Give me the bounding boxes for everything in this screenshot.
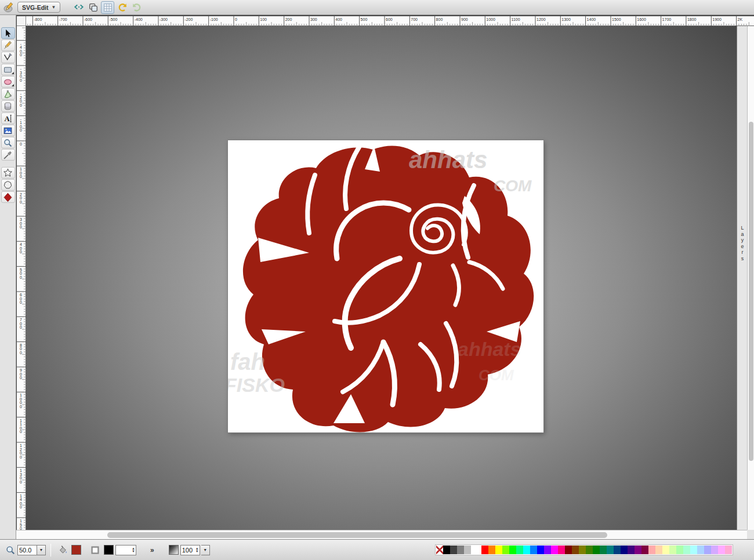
tool-pencil[interactable] xyxy=(1,39,15,51)
select-cursor-icon xyxy=(3,28,13,38)
palette-color-007fff[interactable] xyxy=(530,546,537,554)
svg-text:1100: 1100 xyxy=(512,17,520,21)
palette-color-7f0000[interactable] xyxy=(565,546,572,554)
svg-text:-100: -100 xyxy=(210,17,218,21)
rose-base xyxy=(243,146,534,432)
palette-color-3f7f00[interactable] xyxy=(586,546,593,554)
svg-text:700: 700 xyxy=(411,17,418,21)
vertical-scrollbar-thumb[interactable] xyxy=(749,122,753,461)
main-menu-label: SVG-Edit xyxy=(22,4,49,11)
zoom-dropdown-button[interactable]: ▼ xyxy=(37,545,46,555)
palette-color-d4aaff[interactable] xyxy=(711,546,718,554)
palette-color-007f00[interactable] xyxy=(593,546,600,554)
palette-color-7f7f00[interactable] xyxy=(579,546,586,554)
palette-color-ff00ff[interactable] xyxy=(551,546,558,554)
tool-zoom[interactable] xyxy=(1,137,15,148)
tool-image[interactable] xyxy=(1,125,15,136)
palette-color-aad4ff[interactable] xyxy=(697,546,704,554)
svg-text:0: 0 xyxy=(20,200,22,204)
svg-edit-window: SVG-Edit ▼ -800-700-600-500-400-300-200-… xyxy=(0,0,754,560)
fill-color-swatch[interactable] xyxy=(71,545,81,555)
tool-rectangle[interactable] xyxy=(1,64,15,75)
palette-color-ff007f[interactable] xyxy=(558,546,565,554)
tool-shape-library[interactable] xyxy=(1,100,15,112)
palette-color-7f003f[interactable] xyxy=(641,546,648,554)
horizontal-scrollbar-thumb[interactable] xyxy=(107,532,607,538)
palette-color-007f3f[interactable] xyxy=(600,546,607,554)
stroke-width-spinner[interactable]: ▲▼ xyxy=(132,547,135,553)
palette-color-7f3f00[interactable] xyxy=(572,546,579,554)
palette-color-bfbfbf[interactable] xyxy=(464,546,471,554)
palette-color-d4ffaa[interactable] xyxy=(669,546,676,554)
rose-artwork: ahhats COM fah FISKO ahhats COM xyxy=(228,140,543,432)
palette-color-aaffd4[interactable] xyxy=(683,546,690,554)
tool-eyedropper[interactable] xyxy=(1,149,15,161)
palette-color-7fff00[interactable] xyxy=(502,546,509,554)
palette-color-7f007f[interactable] xyxy=(635,546,641,554)
palette-color-ffff00[interactable] xyxy=(495,546,502,554)
tool-select[interactable] xyxy=(1,27,15,39)
tool-path[interactable] xyxy=(1,88,15,100)
palette-color-ffaaff[interactable] xyxy=(718,546,725,554)
undo-icon xyxy=(117,2,128,13)
fill-bucket-icon xyxy=(57,545,68,555)
svg-text:-600: -600 xyxy=(84,17,92,21)
palette-color-ffaad4[interactable] xyxy=(725,546,732,554)
svg-text:-800: -800 xyxy=(34,17,42,21)
svg-drawing-page[interactable]: ahhats COM fah FISKO ahhats COM xyxy=(228,140,543,432)
palette-color-00ff7f[interactable] xyxy=(516,546,523,554)
horizontal-scrollbar[interactable] xyxy=(16,530,747,539)
palette-color-ffd4aa[interactable] xyxy=(655,546,662,554)
palette-color-007f7f[interactable] xyxy=(607,546,614,554)
stroke-color-swatch[interactable] xyxy=(104,545,114,555)
palette-color-3f007f[interactable] xyxy=(628,546,635,554)
palette-color-none[interactable] xyxy=(436,546,443,554)
palette-color-aaaaff[interactable] xyxy=(704,546,711,554)
palette-color-ff0000[interactable] xyxy=(481,546,488,554)
opacity-dropdown-button[interactable]: ▼ xyxy=(201,545,210,555)
svg-text:900: 900 xyxy=(461,17,468,21)
palette-color-ffffaa[interactable] xyxy=(662,546,669,554)
palette-color-ffaaaa[interactable] xyxy=(648,546,655,554)
edit-source-button[interactable] xyxy=(72,1,85,14)
document-properties-button[interactable] xyxy=(86,1,100,14)
tool-polygon[interactable] xyxy=(1,179,15,191)
svg-text:COM: COM xyxy=(494,177,532,195)
image-icon xyxy=(3,126,13,136)
palette-color-00ff00[interactable] xyxy=(509,546,516,554)
zoom-level-input[interactable] xyxy=(17,545,37,555)
bottom-toolbar: ▼ ▲▼ » ▲▼ ▼ xyxy=(0,539,754,560)
tool-diamond[interactable] xyxy=(1,191,15,203)
canvas-workspace[interactable]: ahhats COM fah FISKO ahhats COM xyxy=(26,26,737,530)
tool-text[interactable]: A xyxy=(1,112,15,124)
svg-text:0: 0 xyxy=(20,225,22,229)
palette-color-aaffff[interactable] xyxy=(690,546,697,554)
palette-color-00ffff[interactable] xyxy=(523,546,530,554)
more-options-button[interactable]: » xyxy=(144,546,160,554)
layers-panel-collapsed[interactable]: Layers xyxy=(737,26,747,530)
palette-color-7f00ff[interactable] xyxy=(544,546,551,554)
palette-color-0000ff[interactable] xyxy=(537,546,544,554)
view-grid-button[interactable] xyxy=(101,1,114,14)
palette-color-3f3f3f[interactable] xyxy=(450,546,457,554)
palette-color-ff7f00[interactable] xyxy=(488,546,495,554)
tool-line[interactable] xyxy=(1,52,15,63)
svg-text:0: 0 xyxy=(20,53,22,57)
palette-color-00007f[interactable] xyxy=(621,546,628,554)
tool-star[interactable] xyxy=(1,167,15,179)
palette-color-ffffff[interactable] xyxy=(471,546,478,554)
svg-text:1700: 1700 xyxy=(662,17,672,21)
svg-text:0: 0 xyxy=(235,17,237,21)
svg-text:0: 0 xyxy=(20,376,22,380)
svg-text:1200: 1200 xyxy=(536,17,546,21)
palette-color-7f7f7f[interactable] xyxy=(457,546,464,554)
svg-text:0: 0 xyxy=(20,480,22,484)
palette-color-000000[interactable] xyxy=(443,546,450,554)
main-menu-button[interactable]: SVG-Edit ▼ xyxy=(17,2,60,13)
palette-color-003f7f[interactable] xyxy=(614,546,621,554)
vertical-scrollbar[interactable] xyxy=(747,26,754,530)
palette-color-aaffaa[interactable] xyxy=(676,546,683,554)
opacity-spinner[interactable]: ▲▼ xyxy=(195,547,199,553)
tool-ellipse[interactable] xyxy=(1,76,15,88)
undo-button[interactable] xyxy=(115,1,129,14)
